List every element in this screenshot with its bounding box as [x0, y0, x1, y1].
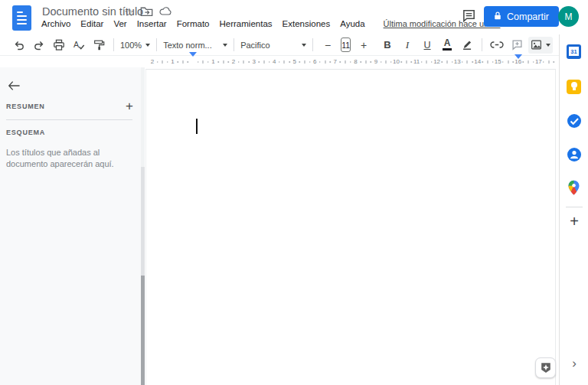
- menu-archivo[interactable]: Archivo: [41, 19, 70, 28]
- summary-heading: RESUMEN: [6, 103, 45, 110]
- ruler-tick: [446, 60, 447, 64]
- ruler-number: 8: [354, 57, 357, 67]
- ruler-tick: [228, 61, 230, 63]
- ruler-number: 14: [474, 57, 481, 67]
- ruler-tick: [188, 61, 189, 63]
- calendar-icon[interactable]: 31: [567, 44, 582, 59]
- hide-side-panel-button[interactable]: ›: [560, 356, 588, 371]
- open-comments-button[interactable]: [460, 7, 477, 24]
- ruler-number: 1: [211, 57, 214, 67]
- ruler-tick: [548, 60, 549, 64]
- ruler-tick: [345, 60, 346, 64]
- move-folder-icon[interactable]: [140, 5, 153, 20]
- insert-image-button[interactable]: [528, 37, 553, 54]
- font-size-input[interactable]: 11: [341, 38, 351, 52]
- docs-logo-icon[interactable]: [12, 5, 31, 31]
- print-button[interactable]: [51, 37, 67, 54]
- ruler-number: 17: [535, 57, 542, 67]
- toolbar-separator: [482, 38, 482, 51]
- ruler-tick: [243, 60, 244, 64]
- scrollbar-thumb[interactable]: [141, 276, 145, 385]
- ruler-tick: [508, 60, 508, 64]
- share-button[interactable]: Compartir: [484, 6, 559, 27]
- ruler-tick: [182, 60, 183, 64]
- menu-extensiones[interactable]: Extensiones: [283, 19, 331, 28]
- ruler-tick: [371, 61, 372, 63]
- bold-button[interactable]: B: [380, 37, 395, 54]
- insert-link-button[interactable]: [489, 37, 505, 54]
- italic-button[interactable]: I: [400, 37, 415, 54]
- account-avatar[interactable]: M: [558, 6, 579, 27]
- ruler-tick: [162, 60, 163, 64]
- chevron-down-icon: [302, 44, 306, 47]
- ruler-tick: [421, 61, 423, 63]
- menu-herramientas[interactable]: Herramientas: [220, 19, 273, 28]
- get-addons-button[interactable]: +: [560, 213, 588, 230]
- ruler-tick: [167, 61, 168, 63]
- menu-editar[interactable]: Editar: [80, 19, 103, 28]
- ruler-tick: [472, 61, 473, 63]
- ruler-tick: [198, 61, 199, 63]
- lock-icon: [494, 11, 501, 23]
- ruler-tick: [207, 61, 209, 63]
- ruler-tick: [284, 60, 285, 64]
- zoom-select[interactable]: 100%: [120, 37, 150, 54]
- menu-ver[interactable]: Ver: [113, 19, 126, 28]
- ruler-tick: [259, 61, 260, 63]
- star-icon[interactable]: ☆: [124, 5, 134, 19]
- tasks-icon[interactable]: [567, 113, 582, 129]
- cloud-status-icon[interactable]: [159, 5, 172, 19]
- scrollbar-segment[interactable]: [141, 167, 145, 276]
- increase-font-size-button[interactable]: +: [356, 37, 371, 54]
- menu-insertar[interactable]: Insertar: [137, 19, 167, 28]
- decrease-font-size-button[interactable]: −: [320, 37, 335, 54]
- ruler[interactable]: 211234567891011121314151617: [148, 57, 557, 67]
- ruler-tick: [452, 61, 453, 63]
- ruler-tick: [279, 61, 280, 63]
- last-modified-link[interactable]: Última modificación hace uno...: [384, 19, 501, 28]
- text-color-button[interactable]: A: [439, 37, 455, 54]
- redo-button[interactable]: [31, 37, 47, 54]
- explore-button[interactable]: [535, 357, 556, 378]
- keep-icon[interactable]: [567, 79, 582, 94]
- toolbar-separator: [156, 38, 157, 51]
- spell-check-button[interactable]: A: [71, 37, 87, 54]
- ruler-tick: [487, 60, 488, 64]
- add-comment-button[interactable]: [509, 37, 524, 54]
- toolbar-separator: [312, 38, 313, 51]
- ruler-tick: [492, 61, 494, 63]
- ruler-number: 2: [151, 57, 154, 67]
- ruler-tick: [512, 61, 514, 63]
- explore-badge-icon: [541, 362, 551, 374]
- close-outline-button[interactable]: [6, 78, 21, 93]
- font-family-select[interactable]: Pacifico: [240, 37, 306, 54]
- ruler-tick: [157, 61, 158, 63]
- contacts-icon[interactable]: [567, 147, 582, 162]
- underline-button[interactable]: U: [420, 37, 435, 54]
- chevron-down-icon: [223, 44, 227, 47]
- side-panel: 31 + ›: [559, 34, 588, 385]
- undo-button[interactable]: [11, 37, 27, 54]
- maps-icon[interactable]: [567, 180, 582, 195]
- ruler-tick: [269, 61, 270, 63]
- menu-formato[interactable]: Formato: [177, 19, 210, 28]
- document-page[interactable]: [145, 69, 556, 385]
- menu-ayuda[interactable]: Ayuda: [340, 19, 364, 28]
- highlight-color-button[interactable]: [459, 37, 475, 54]
- ruler-tick: [406, 60, 407, 64]
- ruler-tick: [360, 61, 361, 63]
- paint-format-button[interactable]: [91, 37, 106, 54]
- chevron-down-icon: [145, 44, 150, 47]
- ruler-tick: [350, 61, 351, 63]
- ruler-tick: [400, 61, 402, 63]
- paragraph-style-select[interactable]: Texto norm...: [163, 37, 227, 54]
- ruler-tick: [381, 61, 382, 63]
- outline-sidebar: RESUMEN + ESQUEMA Los títulos que añadas…: [0, 67, 141, 385]
- ruler-tick: [177, 61, 178, 63]
- toolbar: A 100% Texto norm... Pacifico − 11 + B I…: [0, 34, 588, 56]
- ruler-tick: [217, 61, 219, 63]
- ruler-tick: [523, 61, 524, 63]
- share-button-label: Compartir: [507, 11, 549, 22]
- ruler-tick: [248, 61, 250, 63]
- add-summary-button[interactable]: +: [126, 101, 133, 112]
